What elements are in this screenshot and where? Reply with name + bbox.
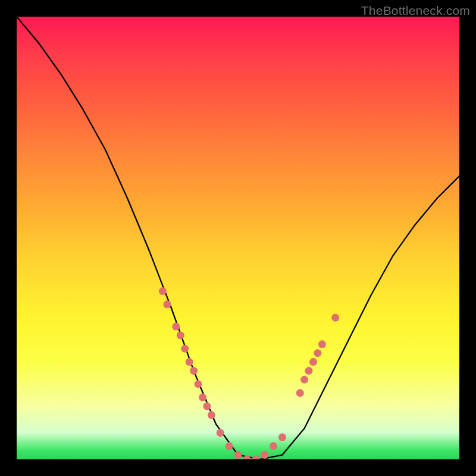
marker-point <box>208 411 215 419</box>
marker-point <box>159 287 167 295</box>
marker-point <box>177 331 184 339</box>
marker-point <box>164 300 171 308</box>
curve-group <box>17 17 459 459</box>
marker-point <box>252 456 259 460</box>
marker-point <box>296 389 304 397</box>
plot-area <box>17 17 459 459</box>
marker-group <box>159 287 339 459</box>
marker-point <box>181 345 189 353</box>
marker-point <box>300 376 308 384</box>
marker-point <box>203 402 211 410</box>
marker-point <box>199 393 206 401</box>
marker-point <box>217 429 224 437</box>
marker-point <box>234 451 242 459</box>
marker-point <box>331 314 339 321</box>
marker-point <box>261 451 268 459</box>
marker-point <box>278 433 286 441</box>
line-chart-svg <box>17 17 459 459</box>
chart-frame: TheBottleneck.com <box>0 0 476 476</box>
marker-point <box>195 380 202 388</box>
marker-point <box>318 340 326 348</box>
marker-point <box>226 442 233 450</box>
watermark-text: TheBottleneck.com <box>361 4 470 18</box>
marker-point <box>270 442 277 450</box>
marker-point <box>190 367 198 375</box>
marker-point <box>309 358 317 366</box>
bottleneck-curve <box>17 17 459 459</box>
marker-point <box>186 358 193 366</box>
marker-point <box>172 322 180 330</box>
marker-point <box>314 349 321 357</box>
marker-point <box>305 367 313 375</box>
